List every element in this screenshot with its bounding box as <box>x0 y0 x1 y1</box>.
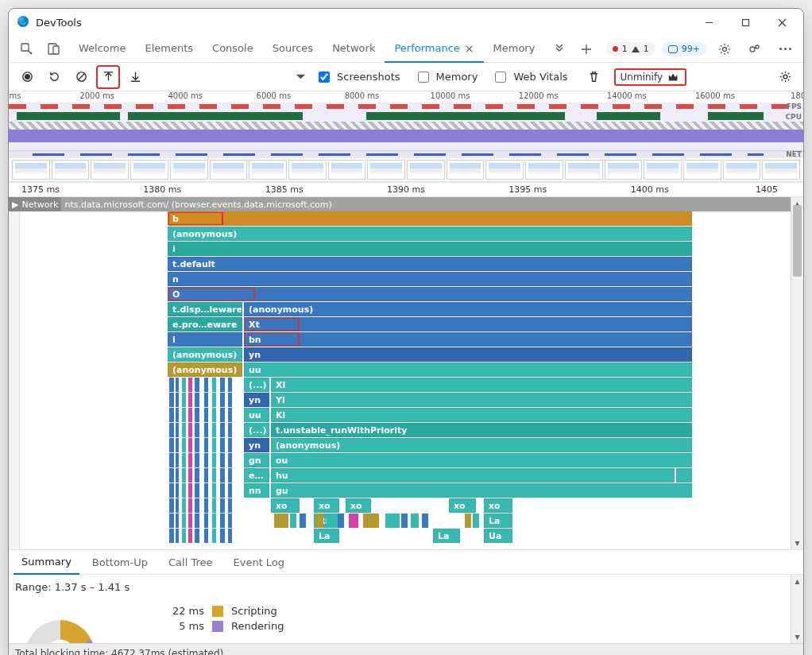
filmstrip-frame[interactable] <box>130 160 168 180</box>
maximize-button[interactable] <box>727 10 764 35</box>
details-tab-bottom-up[interactable]: Bottom-Up <box>84 549 156 575</box>
flame-bar[interactable]: xo <box>449 498 476 513</box>
screenshots-checkbox[interactable]: Screenshots <box>315 69 400 85</box>
flame-bar[interactable] <box>465 514 471 528</box>
flame-bar[interactable] <box>411 514 419 528</box>
filmstrip-frame[interactable] <box>723 160 761 180</box>
flame-bar[interactable]: yn <box>244 438 269 452</box>
flame-bar[interactable]: (anonymous) <box>271 438 692 452</box>
flame-bar[interactable]: ou <box>271 453 692 467</box>
flame-bar[interactable]: xo <box>271 498 300 513</box>
flame-bar[interactable]: (anonymous) <box>244 302 692 316</box>
flame-bar[interactable]: uu <box>244 362 692 377</box>
flame-bar[interactable]: (anonymous) <box>168 227 692 241</box>
filmstrip-frame[interactable] <box>605 160 643 180</box>
flame-bar[interactable]: (...) <box>244 378 269 392</box>
tab-console[interactable]: Console <box>203 36 263 63</box>
flame-bar[interactable]: t.unstable_runWithPriority <box>271 423 692 437</box>
flame-scrollbar[interactable]: ▴ ▾ <box>791 197 803 549</box>
flame-bar[interactable] <box>315 514 323 528</box>
flame-chart[interactable]: ▶ Network nts.data.microsoft.com/ (brows… <box>9 197 791 549</box>
flame-bar[interactable] <box>338 514 344 528</box>
capture-settings-dropdown-icon[interactable] <box>288 65 312 89</box>
delete-button[interactable] <box>582 65 606 89</box>
more-options-icon[interactable] <box>773 37 797 61</box>
filmstrip-frame[interactable] <box>12 160 50 180</box>
network-track-header[interactable]: ▶ Network nts.data.microsoft.com/ (brows… <box>9 197 791 211</box>
flame-bar[interactable]: xo <box>484 498 512 513</box>
inspect-element-icon[interactable] <box>15 37 39 61</box>
capture-settings-gear-icon[interactable] <box>773 65 797 89</box>
feedback-icon[interactable] <box>743 37 767 61</box>
webvitals-checkbox[interactable]: Web Vitals <box>492 69 567 85</box>
filmstrip-frame[interactable] <box>249 160 287 180</box>
filmstrip-frame[interactable] <box>170 160 208 180</box>
tab-performance[interactable]: Performance× <box>385 36 483 63</box>
tab-elements[interactable]: Elements <box>135 36 203 63</box>
flame-bar[interactable]: La <box>314 529 339 543</box>
flame-bar[interactable] <box>401 514 408 528</box>
tab-memory[interactable]: Memory <box>484 36 545 63</box>
issues-badge[interactable]: 1 1 <box>606 42 655 56</box>
new-tab-icon[interactable] <box>574 37 598 61</box>
record-button[interactable] <box>15 65 39 89</box>
filmstrip-frame[interactable] <box>91 160 129 180</box>
flame-bar[interactable]: t.default <box>168 257 692 271</box>
flame-bar[interactable]: xo <box>346 498 371 513</box>
flame-bar[interactable]: (...) <box>244 423 269 437</box>
filmstrip-frame[interactable] <box>565 160 603 180</box>
flame-bar[interactable]: nn <box>244 483 269 498</box>
flame-bar[interactable]: Ua <box>484 529 512 543</box>
filmstrip-frame[interactable] <box>210 160 248 180</box>
flame-bar[interactable]: Xl <box>271 378 692 392</box>
flame-bar[interactable]: bn <box>244 332 692 347</box>
flame-bar[interactable]: i <box>168 332 242 347</box>
flame-bar[interactable] <box>363 514 379 528</box>
flame-bar[interactable]: La <box>433 529 460 543</box>
filmstrip-frame[interactable] <box>485 160 524 180</box>
flame-bar[interactable] <box>300 514 306 528</box>
messages-badge[interactable]: 99+ <box>662 42 706 56</box>
details-tab-summary[interactable]: Summary <box>14 549 79 575</box>
scrollbar-thumb[interactable] <box>793 205 802 277</box>
details-tab-call-tree[interactable]: Call Tree <box>160 549 221 575</box>
filmstrip-frame[interactable] <box>288 160 327 180</box>
tab-sources[interactable]: Sources <box>263 36 323 63</box>
flame-bar[interactable]: (anonymous) <box>168 362 242 377</box>
filmstrip-frame[interactable] <box>328 160 366 180</box>
flame-bar[interactable]: gn <box>244 453 269 467</box>
flame-bar[interactable]: n <box>168 272 692 286</box>
reload-record-button[interactable] <box>42 65 66 89</box>
detail-timeline-ruler[interactable]: 1375 ms1380 ms1385 ms1390 ms1395 ms1400 … <box>9 183 803 197</box>
flame-bar[interactable]: yn <box>244 347 692 362</box>
save-profile-button[interactable] <box>123 65 147 89</box>
flame-bar[interactable] <box>327 514 334 528</box>
flame-bar[interactable] <box>290 514 296 528</box>
flame-bar[interactable]: t.disp…leware <box>168 302 242 316</box>
close-button[interactable] <box>764 10 800 35</box>
filmstrip-frame[interactable] <box>762 160 800 180</box>
clear-button[interactable] <box>69 65 93 89</box>
filmstrip-frame[interactable] <box>447 160 485 180</box>
filmstrip-frame[interactable] <box>683 160 721 180</box>
details-tab-event-log[interactable]: Event Log <box>225 549 292 575</box>
flame-bar[interactable]: e… <box>244 468 269 483</box>
filmstrip-frame[interactable] <box>407 160 445 180</box>
unminify-button[interactable]: Unminify <box>614 68 686 86</box>
filmstrip-frame[interactable] <box>367 160 405 180</box>
flame-bar[interactable]: (anonymous) <box>168 347 242 362</box>
settings-gear-icon[interactable] <box>713 37 737 61</box>
flame-bar[interactable]: b <box>168 211 692 226</box>
filmstrip-frame[interactable] <box>525 160 563 180</box>
summary-scrollbar[interactable]: ▴▾ <box>791 575 803 643</box>
flame-bar[interactable] <box>349 514 358 528</box>
flame-bar[interactable]: yn <box>244 393 269 407</box>
flame-bar[interactable]: xo <box>314 498 339 513</box>
tab-network[interactable]: Network <box>323 36 385 63</box>
flame-bar[interactable]: Xt <box>244 317 692 331</box>
flame-bar[interactable]: i <box>168 242 692 256</box>
device-emulation-icon[interactable] <box>42 37 66 61</box>
flame-bar[interactable] <box>274 514 288 528</box>
memory-checkbox[interactable]: Memory <box>415 69 478 85</box>
filmstrip[interactable] <box>9 158 803 182</box>
